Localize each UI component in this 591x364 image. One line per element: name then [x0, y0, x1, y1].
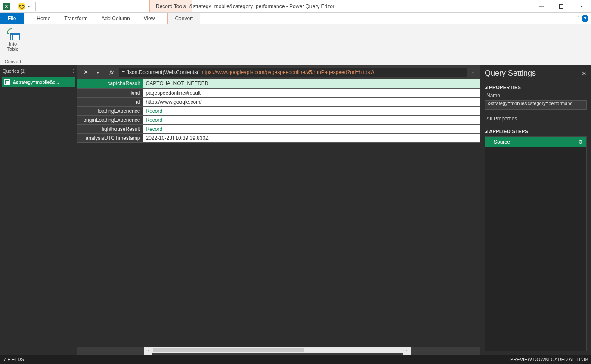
tab-add-column[interactable]: Add Column: [95, 13, 137, 24]
settings-title: Query Settings: [485, 69, 536, 78]
record-value[interactable]: Record: [143, 115, 480, 124]
collapse-panel-icon[interactable]: 〈: [69, 68, 74, 75]
status-left: 7 FIELDS: [3, 357, 24, 362]
svg-rect-1: [560, 4, 563, 8]
step-item-source[interactable]: Source ⚙: [485, 137, 586, 147]
record-row[interactable]: analysisUTCTimestamp2022-10-28T10:39:39.…: [77, 133, 480, 142]
title-bar: ▾ Record Tools &strategy=mobile&category…: [0, 0, 591, 13]
record-value: CAPTCHA_NOT_NEEDED: [143, 79, 480, 88]
separator: [35, 2, 36, 11]
record-row[interactable]: captchaResultCAPTCHA_NOT_NEEDED: [77, 79, 480, 88]
into-table-button[interactable]: Into Table: [3, 26, 22, 52]
record-key: loadingExperience: [77, 106, 143, 115]
minimize-button[interactable]: [532, 0, 551, 13]
expand-formula-icon[interactable]: ⌄: [469, 70, 477, 74]
into-table-label-1: Into: [7, 41, 19, 46]
record-key: lighthouseResult: [77, 124, 143, 133]
name-label: Name: [486, 93, 587, 99]
record-row[interactable]: kindpagespeedonline#result: [77, 88, 480, 97]
record-key: kind: [77, 88, 143, 97]
step-label: Source: [494, 139, 510, 145]
into-table-label-2: Table: [7, 46, 19, 52]
record-grid: captchaResultCAPTCHA_NOT_NEEDEDkindpages…: [77, 79, 480, 347]
record-key: analysisUTCTimestamp: [77, 133, 143, 142]
cancel-formula-button[interactable]: ✕: [80, 67, 91, 77]
applied-steps-section-header[interactable]: ◢ APPLIED STEPS: [485, 129, 587, 134]
close-button[interactable]: [571, 0, 591, 13]
qat-dropdown-icon[interactable]: ▾: [26, 4, 32, 9]
query-name-input[interactable]: &strategy=mobile&category=performanc: [485, 100, 587, 110]
record-row[interactable]: loadingExperienceRecord: [77, 106, 480, 115]
applied-steps-list: Source ⚙: [485, 136, 587, 351]
tab-home[interactable]: Home: [30, 13, 57, 24]
contextual-tab-record-tools[interactable]: Record Tools: [149, 0, 192, 12]
record-key: originLoadingExperience: [77, 115, 143, 124]
formula-url: "https://www.googleapis.com/pagespeedonl…: [198, 69, 374, 75]
formula-prefix: Json.Document(Web.Contents(: [127, 69, 198, 75]
status-right: PREVIEW DOWNLOADED AT 11:39: [510, 357, 588, 362]
status-bar: 7 FIELDS PREVIEW DOWNLOADED AT 11:39: [0, 355, 591, 364]
scroll-left-icon[interactable]: 〈: [144, 347, 152, 355]
tab-file[interactable]: File: [0, 13, 24, 24]
ribbon-body: Into Table Convert: [0, 24, 591, 65]
tab-transform[interactable]: Transform: [57, 13, 94, 24]
queries-header: Queries [1]: [3, 68, 26, 74]
ribbon-group-label: Convert: [5, 59, 22, 65]
record-key: id: [77, 97, 143, 106]
horizontal-scrollbar[interactable]: 〈 〉: [77, 347, 480, 355]
collapse-ribbon-icon[interactable]: ˆ: [577, 16, 579, 21]
scroll-right-icon[interactable]: 〉: [403, 347, 411, 355]
workspace: Queries [1] 〈 &strategy=mobile&c... ✕ ✓ …: [0, 65, 591, 355]
close-settings-icon[interactable]: ✕: [582, 70, 587, 77]
scroll-track[interactable]: [152, 347, 403, 353]
all-properties-link[interactable]: All Properties: [486, 116, 587, 122]
feedback-icon[interactable]: [18, 3, 25, 10]
table-icon: [4, 79, 10, 85]
into-table-icon: [6, 27, 20, 40]
record-row[interactable]: originLoadingExperienceRecord: [77, 115, 480, 124]
caret-icon: ◢: [485, 130, 487, 133]
maximize-button[interactable]: [551, 0, 571, 13]
window-title: &strategy=mobile&category=performance - …: [189, 0, 334, 13]
formula-bar: ✕ ✓ fx = Json.Document(Web.Contents( "ht…: [77, 65, 480, 79]
ribbon-group-convert: Into Table Convert: [0, 24, 26, 65]
gear-icon[interactable]: ⚙: [578, 139, 583, 145]
record-value[interactable]: Record: [143, 106, 480, 115]
record-row[interactable]: idhttps://www.google.com/: [77, 97, 480, 106]
record-value: 2022-10-28T10:39:39.830Z: [143, 133, 480, 142]
separator: [14, 2, 14, 11]
record-key: captchaResult: [77, 79, 143, 88]
app-icon: [3, 3, 10, 10]
fx-icon[interactable]: fx: [106, 67, 117, 77]
query-item[interactable]: &strategy=mobile&c...: [2, 77, 75, 87]
record-row[interactable]: lighthouseResultRecord: [77, 124, 480, 133]
ribbon-tabs: File Home Transform Add Column View Conv…: [0, 13, 591, 24]
formula-input[interactable]: = Json.Document(Web.Contents( "https://w…: [119, 68, 467, 77]
query-settings-panel: Query Settings ✕ ◢ PROPERTIES Name &stra…: [480, 65, 591, 355]
help-icon[interactable]: ?: [582, 15, 588, 22]
center-area: ✕ ✓ fx = Json.Document(Web.Contents( "ht…: [77, 65, 480, 355]
record-value: https://www.google.com/: [143, 97, 480, 106]
tab-view[interactable]: View: [137, 13, 162, 24]
commit-formula-button[interactable]: ✓: [93, 67, 104, 77]
tab-convert[interactable]: Convert: [167, 13, 200, 24]
query-item-label: &strategy=mobile&c...: [13, 80, 59, 85]
record-value[interactable]: Record: [143, 124, 480, 133]
properties-section-header[interactable]: ◢ PROPERTIES: [485, 85, 587, 90]
record-value: pagespeedonline#result: [143, 88, 480, 97]
caret-icon: ◢: [485, 86, 487, 89]
queries-panel: Queries [1] 〈 &strategy=mobile&c...: [0, 65, 77, 355]
